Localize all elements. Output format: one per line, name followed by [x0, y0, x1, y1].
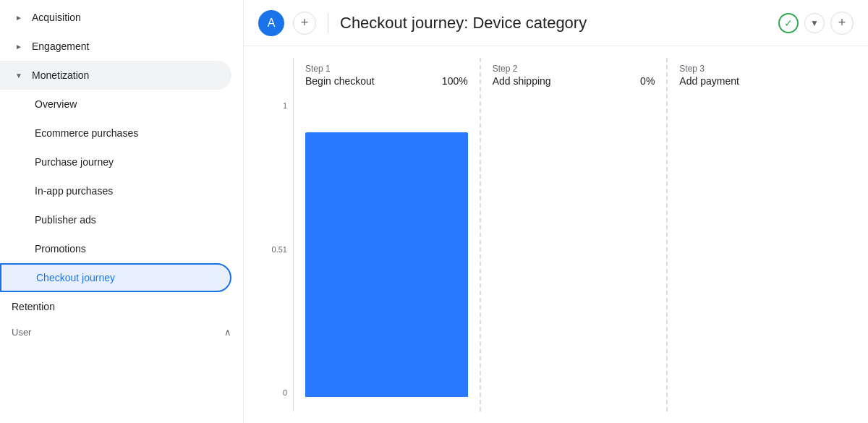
step-1-number: Step 1	[305, 64, 468, 74]
add-report-button[interactable]: +	[830, 12, 854, 35]
y-axis: 1 0.51 0	[258, 58, 293, 411]
step-2-column: Step 2 Add shipping 0%	[480, 58, 667, 411]
sidebar-item-ecommerce[interactable]: Ecommerce purchases	[0, 119, 231, 148]
step-3-number: Step 3	[679, 64, 842, 74]
steps-container: Step 1 Begin checkout 100%	[293, 58, 854, 411]
avatar: A	[258, 10, 284, 36]
sidebar-item-publisher-ads[interactable]: Publisher ads	[0, 205, 231, 234]
sidebar-item-engagement[interactable]: ► Engagement	[0, 32, 231, 61]
step-2-header: Step 2 Add shipping 0%	[481, 64, 667, 107]
y-label-1: 1	[283, 101, 287, 110]
step-1-bar	[305, 132, 468, 397]
step-3-column: Step 3 Add payment	[666, 58, 854, 411]
step-1-column: Step 1 Begin checkout 100%	[293, 58, 480, 411]
step-3-header: Step 3 Add payment	[668, 64, 854, 107]
step-2-pct: 0%	[640, 75, 655, 87]
chevron-right-icon: ►	[12, 10, 26, 25]
sidebar-item-monetization[interactable]: ▼ Monetization	[0, 61, 231, 90]
check-icon: ✓	[778, 13, 799, 33]
sidebar-item-purchase-journey[interactable]: Purchase journey	[0, 148, 231, 176]
step-1-name: Begin checkout	[305, 75, 375, 87]
step-3-name: Add payment	[679, 75, 739, 87]
chart-area: 1 0.51 0 Step 1 Begin checkout 100%	[244, 46, 868, 423]
sidebar-item-retention[interactable]: Retention	[0, 292, 231, 321]
sidebar-item-checkout-journey[interactable]: Checkout journey	[0, 263, 231, 292]
chevron-down-icon: ▼	[12, 68, 26, 82]
dropdown-button[interactable]: ▼	[804, 13, 825, 33]
step-1-pct: 100%	[442, 75, 468, 87]
y-label-0: 0	[283, 388, 287, 397]
sidebar-item-promotions[interactable]: Promotions	[0, 234, 231, 263]
y-label-051: 0.51	[272, 245, 287, 254]
sidebar-item-overview[interactable]: Overview	[0, 90, 231, 119]
step-1-header: Step 1 Begin checkout 100%	[294, 64, 480, 107]
title-actions: ✓ ▼ +	[778, 12, 854, 35]
sidebar-item-acquisition[interactable]: ► Acquisition	[0, 3, 231, 32]
step-2-name: Add shipping	[493, 75, 551, 87]
step-1-bar-area	[305, 107, 468, 411]
chevron-up-icon: ∧	[224, 327, 231, 338]
divider	[328, 13, 328, 33]
step-2-number: Step 2	[493, 64, 655, 74]
page-title: Checkout journey: Device category	[340, 14, 770, 33]
step-3-bar-area	[679, 107, 842, 411]
sidebar-item-in-app[interactable]: In-app purchases	[0, 176, 231, 205]
add-tab-button[interactable]: +	[293, 12, 316, 35]
sidebar: ► Acquisition ► Engagement ▼ Monetizatio…	[0, 0, 243, 423]
main-content: A + Checkout journey: Device category ✓ …	[243, 0, 868, 423]
report-header: A + Checkout journey: Device category ✓ …	[244, 0, 868, 46]
step-2-bar-area	[493, 107, 655, 411]
user-section-header[interactable]: User ∧	[0, 321, 243, 341]
chart-container: 1 0.51 0 Step 1 Begin checkout 100%	[244, 46, 868, 423]
chevron-right-icon: ►	[12, 39, 26, 54]
